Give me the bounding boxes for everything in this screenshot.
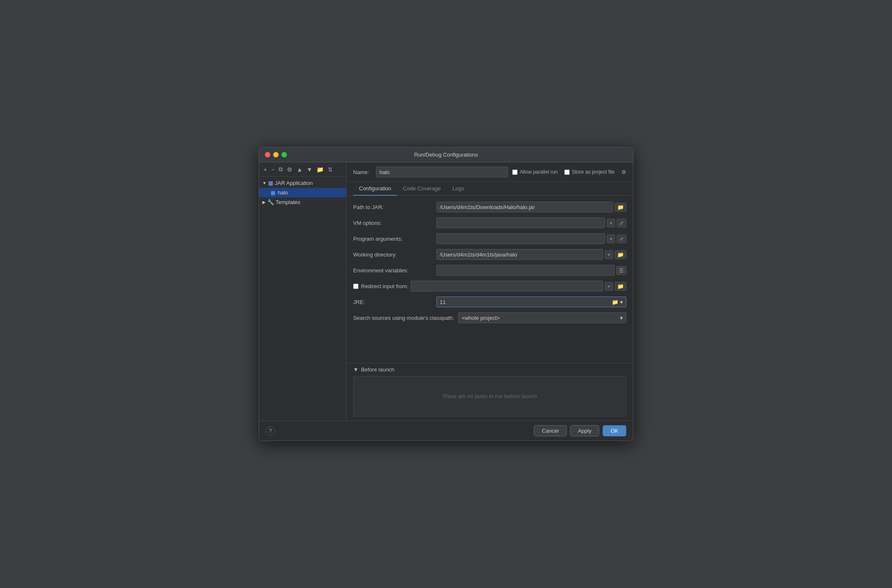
redirect-input-row: Redirect input from: + 📁 — [353, 280, 626, 292]
program-arguments-add-button[interactable]: + — [607, 234, 615, 243]
config-file-icon: ▦ — [271, 190, 275, 196]
cancel-button[interactable]: Cancel — [534, 425, 566, 436]
vm-options-expand-button[interactable]: ⤢ — [617, 219, 626, 227]
redirect-input-checkbox[interactable] — [353, 284, 359, 289]
vm-options-input[interactable] — [436, 217, 605, 228]
program-arguments-label: Program arguments: — [353, 236, 436, 242]
add-config-button[interactable]: + — [262, 165, 268, 174]
program-arguments-row: Program arguments: + ⤢ — [353, 232, 626, 245]
chevron-down-icon: ▼ — [262, 181, 267, 185]
working-directory-browse-button[interactable]: 📁 — [615, 250, 626, 259]
jre-label: JRE: — [353, 299, 436, 305]
working-directory-row: Working directory: + 📁 — [353, 248, 626, 261]
folder-button[interactable]: 📁 — [315, 165, 325, 174]
path-to-jar-wrap: 📁 — [436, 202, 626, 212]
jre-value: 11 — [440, 299, 446, 305]
jre-select[interactable]: 11 📁 ▾ — [436, 296, 626, 307]
program-arguments-input[interactable] — [436, 233, 605, 244]
tab-logs[interactable]: Logs — [446, 182, 470, 196]
before-launch-section: ▼ Before launch There are no tasks to ru… — [346, 363, 633, 421]
minimize-button[interactable] — [273, 152, 279, 157]
allow-parallel-checkbox[interactable] — [512, 169, 518, 175]
environment-variables-row: Environment variables: ☰ — [353, 264, 626, 277]
store-as-project-label: Store as project file — [572, 169, 615, 175]
wrench-icon: 🔧 — [267, 199, 274, 205]
path-to-jar-label: Path to JAR: — [353, 204, 436, 210]
run-debug-dialog: Run/Debug Configurations + − ⧉ ⚙ ▲ ▼ 📁 ⇅… — [259, 147, 633, 441]
chevron-right-icon: ▶ — [262, 200, 266, 204]
program-arguments-expand-button[interactable]: ⤢ — [617, 234, 626, 243]
sidebar-toolbar: + − ⧉ ⚙ ▲ ▼ 📁 ⇅ — [259, 162, 346, 177]
templates-label: Templates — [276, 199, 300, 205]
program-arguments-wrap: + ⤢ — [436, 233, 626, 244]
vm-options-label: VM options: — [353, 220, 436, 226]
working-directory-input[interactable] — [436, 249, 603, 260]
jar-application-group[interactable]: ▼ ▦ JAR Application — [259, 178, 346, 188]
environment-variables-input[interactable] — [436, 265, 615, 276]
vm-options-wrap: + ⤢ — [436, 217, 626, 228]
main-content: + − ⧉ ⚙ ▲ ▼ 📁 ⇅ ▼ ▦ JAR Application ▦ — [259, 162, 633, 421]
name-input[interactable] — [376, 167, 508, 177]
help-button[interactable]: ? — [266, 426, 275, 436]
sidebar: + − ⧉ ⚙ ▲ ▼ 📁 ⇅ ▼ ▦ JAR Application ▦ — [259, 162, 346, 421]
close-button[interactable] — [265, 152, 270, 157]
header-options: Allow parallel run Store as project file… — [512, 169, 626, 175]
allow-parallel-label: Allow parallel run — [520, 169, 558, 175]
redirect-input-field[interactable] — [411, 281, 603, 292]
path-to-jar-row: Path to JAR: 📁 — [353, 201, 626, 213]
working-directory-add-button[interactable]: + — [605, 250, 613, 259]
move-up-button[interactable]: ▲ — [295, 165, 304, 174]
classpath-label: Search sources using module's classpath: — [353, 315, 458, 321]
allow-parallel-option[interactable]: Allow parallel run — [512, 169, 558, 175]
vm-options-row: VM options: + ⤢ — [353, 217, 626, 229]
tab-configuration[interactable]: Configuration — [353, 182, 397, 196]
chevron-down-icon: ▼ — [353, 366, 359, 373]
gear-icon[interactable]: ⚙ — [621, 169, 626, 175]
jar-icon: ▦ — [268, 180, 273, 186]
sort-button[interactable]: ⇅ — [326, 165, 334, 174]
working-directory-label: Working directory: — [353, 252, 436, 258]
tab-code-coverage[interactable]: Code Coverage — [397, 182, 446, 196]
jre-row: JRE: 11 📁 ▾ — [353, 296, 626, 308]
before-launch-empty-message: There are no tasks to run before launch — [442, 393, 537, 399]
dialog-title: Run/Debug Configurations — [414, 152, 478, 158]
folder-icon: 📁 — [612, 299, 618, 305]
redirect-input-label: Redirect input from: — [361, 283, 408, 289]
store-as-project-option[interactable]: Store as project file — [564, 169, 615, 175]
jre-controls: 📁 ▾ — [612, 299, 623, 305]
environment-variables-label: Environment variables: — [353, 267, 436, 274]
path-to-jar-input[interactable] — [436, 202, 613, 212]
templates-row[interactable]: ▶ 🔧 Templates — [259, 197, 346, 207]
ok-button[interactable]: OK — [603, 425, 626, 436]
remove-config-button[interactable]: − — [270, 165, 276, 174]
before-launch-title: Before launch — [361, 366, 394, 373]
maximize-button[interactable] — [282, 152, 287, 157]
store-as-project-checkbox[interactable] — [564, 169, 570, 175]
vm-options-add-button[interactable]: + — [607, 219, 615, 227]
sidebar-list: ▼ ▦ JAR Application ▦ halo ▶ 🔧 Templates — [259, 177, 346, 421]
environment-variables-edit-button[interactable]: ☰ — [616, 266, 626, 275]
jar-application-label: JAR Application — [275, 180, 313, 186]
jre-wrap: 11 📁 ▾ — [436, 296, 626, 307]
classpath-value: <whole project> — [461, 315, 500, 321]
halo-label: halo — [278, 189, 288, 196]
tabs-row: Configuration Code Coverage Logs — [346, 182, 633, 196]
titlebar: Run/Debug Configurations — [259, 147, 633, 162]
redirect-input-add-button[interactable]: + — [605, 282, 613, 291]
classpath-select[interactable]: <whole project> ▾ — [458, 312, 626, 323]
redirect-input-browse-button[interactable]: 📁 — [615, 282, 626, 291]
settings-config-button[interactable]: ⚙ — [286, 165, 294, 174]
sidebar-item-halo[interactable]: ▦ halo — [259, 188, 346, 197]
name-row: Name: Allow parallel run Store as projec… — [346, 162, 633, 182]
right-panel: Name: Allow parallel run Store as projec… — [346, 162, 633, 421]
chevron-down-icon: ▾ — [620, 315, 623, 321]
config-panel: Path to JAR: 📁 VM options: + ⤢ — [346, 196, 633, 363]
before-launch-body: There are no tasks to run before launch — [353, 376, 626, 416]
copy-config-button[interactable]: ⧉ — [277, 165, 284, 174]
before-launch-header[interactable]: ▼ Before launch — [353, 363, 626, 376]
classpath-wrap: <whole project> ▾ — [458, 312, 626, 323]
window-controls — [265, 152, 287, 157]
path-to-jar-browse-button[interactable]: 📁 — [615, 203, 626, 212]
apply-button[interactable]: Apply — [570, 425, 600, 436]
move-down-button[interactable]: ▼ — [305, 165, 314, 174]
